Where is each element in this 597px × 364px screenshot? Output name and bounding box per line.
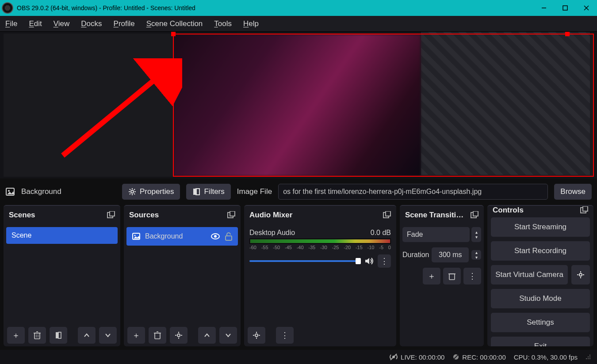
image-path-field[interactable]: os for the first time/lorenzo-herrera-p0… [278, 184, 548, 200]
trash-icon [448, 272, 455, 280]
trash-icon [34, 331, 41, 339]
selection-bounding-box[interactable] [173, 34, 594, 177]
add-scene-button[interactable]: ＋ [7, 327, 25, 344]
gear-icon [128, 188, 136, 196]
menu-help[interactable]: Help [243, 19, 259, 28]
chevron-down-icon [105, 332, 111, 338]
start-virtual-camera-button[interactable]: Start Virtual Camera [491, 265, 568, 284]
transition-select[interactable]: Fade [402, 227, 470, 242]
sources-title: Sources [129, 211, 159, 220]
menu-view[interactable]: View [54, 19, 70, 28]
menu-edit[interactable]: Edit [29, 19, 42, 28]
start-recording-button[interactable]: Start Recording [491, 241, 590, 261]
scene-item[interactable]: Scene [6, 227, 118, 244]
svg-line-12 [130, 189, 130, 190]
popout-icon[interactable] [107, 211, 115, 219]
chevron-up-icon [204, 332, 210, 338]
rec-status: REC: 00:00:00 [462, 353, 505, 361]
gear-icon [253, 331, 260, 339]
popout-icon[interactable] [383, 211, 391, 219]
delete-source-button[interactable] [149, 327, 166, 344]
svg-rect-25 [56, 332, 58, 338]
controls-title: Controls [493, 206, 524, 215]
record-off-icon [452, 353, 459, 360]
svg-line-14 [134, 189, 135, 190]
popout-icon[interactable] [580, 206, 588, 214]
scene-up-button[interactable] [78, 327, 96, 344]
maximize-button[interactable] [555, 0, 576, 16]
svg-rect-43 [386, 211, 390, 216]
virtual-camera-settings-button[interactable] [571, 265, 590, 284]
duration-field[interactable]: 300 ms [432, 247, 469, 262]
scene-filters-button[interactable] [50, 327, 67, 344]
trash-icon [154, 331, 161, 339]
mixer-level: 0.0 dB [371, 229, 391, 237]
popout-icon[interactable] [227, 211, 235, 219]
mixer-settings-button[interactable] [248, 327, 265, 344]
studio-mode-button[interactable]: Studio Mode [491, 289, 590, 308]
mixer-menu-button[interactable]: ⋮ [276, 327, 294, 344]
properties-button[interactable]: Properties [122, 184, 180, 200]
menu-profile[interactable]: Profile [114, 19, 135, 28]
resize-grip-icon[interactable] [586, 354, 591, 360]
gear-icon [175, 331, 183, 339]
svg-point-66 [589, 356, 590, 357]
context-toolbar: Background Properties Filters Image File… [0, 178, 597, 205]
filter-vert-icon [55, 332, 62, 339]
preview-area[interactable] [0, 32, 597, 178]
source-item[interactable]: Background [126, 227, 238, 246]
volume-slider[interactable] [249, 260, 361, 262]
cpu-status: CPU: 0.3%, 30.00 fps [514, 353, 578, 361]
menu-file[interactable]: File [5, 19, 17, 28]
svg-rect-26 [58, 332, 61, 338]
start-streaming-button[interactable]: Start Streaming [491, 217, 590, 237]
resize-handle-top-left[interactable] [171, 32, 176, 36]
menu-tools[interactable]: Tools [214, 19, 232, 28]
image-icon [5, 187, 15, 197]
browse-button[interactable]: Browse [554, 184, 592, 200]
transitions-panel: Scene Transiti… Fade ▴▾ Duration 300 ms … [400, 205, 484, 346]
close-button[interactable] [576, 0, 597, 16]
exit-button[interactable]: Exit [491, 337, 590, 346]
filters-button[interactable]: Filters [186, 184, 230, 200]
minimize-button[interactable] [533, 0, 555, 16]
menu-docks[interactable]: Docks [81, 19, 102, 28]
svg-point-55 [579, 273, 582, 276]
live-status: LIVE: 00:00:00 [401, 353, 444, 361]
svg-line-13 [134, 193, 135, 194]
controls-panel: Controls Start Streaming Start Recording… [487, 205, 593, 346]
source-properties-button[interactable] [170, 327, 188, 344]
svg-rect-20 [34, 333, 40, 339]
transition-more-button[interactable]: ⋮ [463, 268, 481, 284]
popout-icon[interactable] [471, 211, 478, 219]
svg-rect-28 [230, 211, 235, 216]
svg-point-7 [131, 190, 134, 193]
status-bar: LIVE: 00:00:00 REC: 00:00:00 CPU: 0.3%, … [0, 350, 597, 364]
svg-rect-1 [563, 6, 567, 10]
svg-rect-54 [583, 206, 588, 211]
mixer-more-button[interactable]: ⋮ [378, 254, 391, 268]
chevron-up-icon [84, 332, 90, 338]
source-up-button[interactable] [198, 327, 216, 344]
delete-transition-button[interactable] [443, 268, 461, 284]
svg-point-64 [589, 358, 590, 359]
menu-scene-collection[interactable]: Scene Collection [146, 19, 203, 28]
speaker-icon[interactable] [364, 257, 374, 265]
resize-handle-top-right[interactable] [565, 32, 570, 36]
chevron-down-icon [225, 332, 231, 338]
duration-spinner[interactable]: ▴▾ [471, 250, 481, 260]
source-down-button[interactable] [219, 327, 237, 344]
window-title: OBS 29.0.2 (64-bit, windows) - Profile: … [17, 4, 195, 11]
add-transition-button[interactable]: ＋ [423, 268, 440, 284]
svg-point-44 [255, 334, 258, 337]
transition-select-spinner[interactable]: ▴▾ [471, 227, 481, 242]
scene-down-button[interactable] [99, 327, 117, 344]
settings-button[interactable]: Settings [491, 313, 590, 332]
add-source-button[interactable]: ＋ [127, 327, 145, 344]
delete-scene-button[interactable] [28, 327, 46, 344]
gear-icon [577, 271, 585, 279]
menu-bar: File Edit View Docks Profile Scene Colle… [0, 16, 597, 32]
meter-ticks: -60-55-50-45-40-35-30-25-20-15-10-50 [249, 245, 391, 250]
eye-icon[interactable] [210, 231, 220, 241]
lock-open-icon[interactable] [225, 232, 233, 241]
